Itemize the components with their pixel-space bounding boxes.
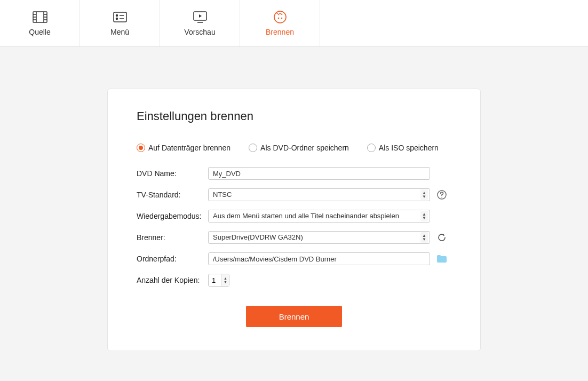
burn-button[interactable]: Brennen — [246, 306, 342, 327]
updown-arrows-icon: ▲▼ — [221, 274, 229, 286]
tab-source[interactable]: Quelle — [0, 0, 80, 46]
tab-label: Vorschau — [184, 28, 215, 36]
radio-save-as-folder[interactable]: Als DVD-Ordner speichern — [249, 144, 349, 152]
svg-point-17 — [274, 11, 286, 23]
burner-label: Brenner: — [137, 233, 208, 242]
copies-label: Anzahl der Kopien: — [137, 276, 208, 284]
select-value: SuperDrive(DVDRW GA32N) — [208, 231, 430, 244]
tab-burn[interactable]: Brennen — [240, 0, 320, 46]
radio-indicator-icon — [249, 144, 257, 152]
radio-indicator-icon — [137, 144, 145, 152]
playback-mode-select[interactable]: Aus dem Menü starten und alle Titel nach… — [208, 210, 430, 223]
tab-label: Quelle — [29, 28, 50, 36]
copies-stepper[interactable]: 1 ▲▼ — [208, 274, 229, 287]
menu-icon — [113, 11, 128, 23]
radio-label: Als DVD-Ordner speichern — [260, 144, 349, 152]
tab-preview[interactable]: Vorschau — [160, 0, 240, 46]
film-icon — [33, 11, 47, 23]
tab-label: Brennen — [266, 28, 294, 36]
burn-settings-panel: Einstellungen brennen Auf Datenträger br… — [107, 89, 481, 351]
svg-point-18 — [277, 17, 279, 19]
select-value: NTSC — [208, 188, 430, 201]
svg-point-19 — [281, 17, 282, 19]
tv-standard-select[interactable]: NTSC ▲▼ — [208, 188, 430, 201]
svg-marker-15 — [199, 14, 202, 18]
dvd-name-input[interactable] — [208, 167, 430, 180]
updown-arrows-icon: ▲▼ — [420, 232, 428, 243]
updown-arrows-icon: ▲▼ — [420, 211, 428, 221]
radio-indicator-icon — [367, 144, 376, 152]
panel-title: Einstellungen brennen — [137, 109, 451, 123]
tv-standard-label: TV-Standard: — [137, 190, 208, 199]
svg-point-10 — [116, 14, 117, 16]
dvd-name-label: DVD Name: — [137, 169, 208, 178]
burn-disc-icon — [273, 11, 288, 23]
stepper-value: 1 — [209, 276, 221, 284]
content-area: Einstellungen brennen Auf Datenträger br… — [0, 47, 588, 351]
playback-mode-label: Wiedergabemodus: — [137, 212, 208, 220]
browse-folder-button[interactable] — [436, 253, 447, 264]
svg-point-21 — [441, 197, 442, 198]
svg-point-11 — [116, 18, 117, 19]
radio-save-as-iso[interactable]: Als ISO speichern — [367, 144, 439, 152]
folder-path-input[interactable] — [208, 252, 430, 265]
select-value: Aus dem Menü starten und alle Titel nach… — [208, 210, 430, 223]
radio-label: Als ISO speichern — [379, 144, 439, 152]
tab-label: Menü — [110, 28, 129, 36]
radio-label: Auf Datenträger brennen — [148, 144, 231, 152]
burner-select[interactable]: SuperDrive(DVDRW GA32N) ▲▼ — [208, 231, 430, 244]
tab-menu[interactable]: Menü — [80, 0, 160, 46]
folder-path-label: Ordnerpfad: — [137, 255, 208, 263]
svg-rect-9 — [114, 12, 126, 22]
play-monitor-icon — [193, 11, 208, 23]
updown-arrows-icon: ▲▼ — [420, 189, 428, 200]
output-mode-radio-group: Auf Datenträger brennen Als DVD-Ordner s… — [137, 144, 451, 152]
radio-burn-to-disc[interactable]: Auf Datenträger brennen — [137, 144, 231, 152]
help-button[interactable] — [436, 189, 447, 200]
tab-bar: Quelle Menü Vorschau — [0, 0, 588, 47]
refresh-button[interactable] — [436, 232, 447, 243]
